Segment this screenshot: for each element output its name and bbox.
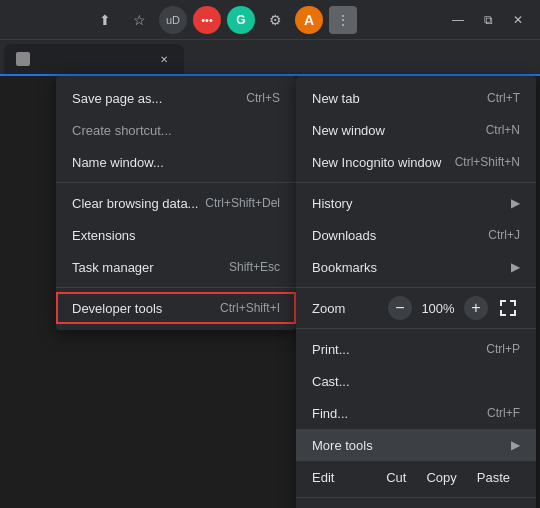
cast-item[interactable]: Cast... [296,365,536,397]
tab-bar: ✕ [0,40,540,76]
new-tab-item[interactable]: New tab Ctrl+T [296,82,536,114]
zoom-controls: − 100% + [388,296,520,320]
close-button[interactable]: ✕ [504,6,532,34]
svg-rect-3 [514,300,516,306]
svg-rect-5 [500,310,502,316]
address-bar-area: ⬆ ☆ uD ••• G ⚙ A ⋮ [8,6,440,34]
more-tools-item[interactable]: More tools ▶ [296,429,536,461]
task-manager-item[interactable]: Task manager Shift+Esc [56,251,296,283]
titlebar: ⬆ ☆ uD ••• G ⚙ A ⋮ — ⧉ ✕ [0,0,540,40]
create-shortcut-item[interactable]: Create shortcut... [56,114,296,146]
save-page-as-item[interactable]: Save page as... Ctrl+S [56,82,296,114]
content-area: Save page as... Ctrl+S Create shortcut..… [0,76,540,508]
developer-tools-item[interactable]: Developer tools Ctrl+Shift+I [56,292,296,324]
new-window-item[interactable]: New window Ctrl+N [296,114,536,146]
tab-close-icon[interactable]: ✕ [156,51,172,67]
svg-rect-7 [514,310,516,316]
copy-button[interactable]: Copy [416,466,466,489]
find-item[interactable]: Find... Ctrl+F [296,397,536,429]
separator-3 [296,328,536,329]
active-tab[interactable]: ✕ [4,44,184,74]
print-item[interactable]: Print... Ctrl+P [296,333,536,365]
account-icon[interactable]: A [295,6,323,34]
puzzle-icon[interactable]: ⚙ [261,6,289,34]
ublock-icon[interactable]: uD [159,6,187,34]
bookmarks-item[interactable]: Bookmarks ▶ [296,251,536,283]
main-dropdown-menu: New tab Ctrl+T New window Ctrl+N New Inc… [296,76,536,508]
edit-actions: Cut Copy Paste [376,466,520,489]
menu-button[interactable]: ⋮ [329,6,357,34]
more-tools-submenu: Save page as... Ctrl+S Create shortcut..… [56,76,296,330]
zoom-in-button[interactable]: + [464,296,488,320]
submenu-separator-1 [56,182,296,183]
minimize-button[interactable]: — [444,6,472,34]
maximize-button[interactable]: ⧉ [474,6,502,34]
history-item[interactable]: History ▶ [296,187,536,219]
ext-dots-icon[interactable]: ••• [193,6,221,34]
zoom-value: 100% [420,301,456,316]
separator-1 [296,182,536,183]
edit-row: Edit Cut Copy Paste [296,461,536,493]
new-incognito-item[interactable]: New Incognito window Ctrl+Shift+N [296,146,536,178]
window-controls: — ⧉ ✕ [444,6,532,34]
bookmark-icon[interactable]: ☆ [125,6,153,34]
downloads-item[interactable]: Downloads Ctrl+J [296,219,536,251]
separator-2 [296,287,536,288]
cut-button[interactable]: Cut [376,466,416,489]
clear-browsing-data-item[interactable]: Clear browsing data... Ctrl+Shift+Del [56,187,296,219]
extensions-item[interactable]: Extensions [56,219,296,251]
settings-item[interactable]: Settings [296,502,536,508]
fullscreen-button[interactable] [496,296,520,320]
share-icon[interactable]: ⬆ [91,6,119,34]
paste-button[interactable]: Paste [467,466,520,489]
tab-favicon [16,52,30,66]
separator-4 [296,497,536,498]
zoom-row: Zoom − 100% + [296,292,536,324]
zoom-out-button[interactable]: − [388,296,412,320]
svg-rect-1 [500,300,502,306]
grammarly-icon[interactable]: G [227,6,255,34]
submenu-separator-2 [56,287,296,288]
name-window-item[interactable]: Name window... [56,146,296,178]
